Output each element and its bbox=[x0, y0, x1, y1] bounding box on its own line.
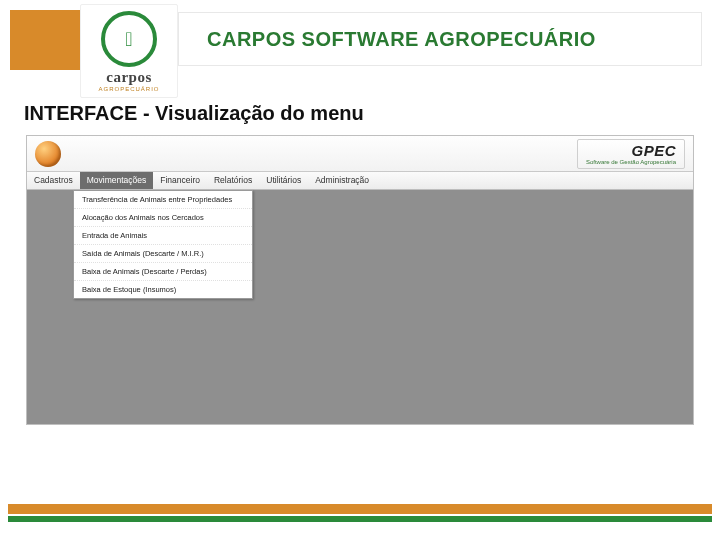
app-header: GPEC Software de Gestão Agropecuária bbox=[27, 136, 693, 172]
slide-header: 𓃒 carpos AGROPECUÁRIO CARPOS SOFTWARE AG… bbox=[0, 0, 720, 88]
dropdown-item-saida[interactable]: Saída de Animais (Descarte / M.I.R.) bbox=[74, 245, 252, 263]
menu-utilitarios[interactable]: Utilitários bbox=[259, 172, 308, 189]
app-screenshot: GPEC Software de Gestão Agropecuária Cad… bbox=[26, 135, 694, 425]
app-product-badge: GPEC Software de Gestão Agropecuária bbox=[577, 139, 685, 169]
footer-accent bbox=[0, 504, 720, 522]
carpos-logo: 𓃒 carpos AGROPECUÁRIO bbox=[80, 4, 178, 98]
cow-icon: 𓃒 bbox=[101, 11, 157, 67]
app-logo-icon bbox=[35, 141, 61, 167]
header-title-bar: CARPOS SOFTWARE AGROPECUÁRIO bbox=[178, 12, 702, 66]
dropdown-item-baixa-animais[interactable]: Baixa de Animais (Descarte / Perdas) bbox=[74, 263, 252, 281]
menu-relatorios[interactable]: Relatórios bbox=[207, 172, 259, 189]
brand-name: carpos bbox=[81, 69, 177, 86]
dropdown-item-alocacao[interactable]: Alocação dos Animais nos Cercados bbox=[74, 209, 252, 227]
header-accent-block bbox=[10, 10, 86, 70]
menu-administracao[interactable]: Administração bbox=[308, 172, 376, 189]
dropdown-item-entrada[interactable]: Entrada de Animais bbox=[74, 227, 252, 245]
footer-bar-green bbox=[8, 516, 712, 522]
section-title: INTERFACE - Visualização do menu bbox=[24, 102, 720, 125]
app-product-tagline: Software de Gestão Agropecuária bbox=[586, 159, 676, 165]
header-title: CARPOS SOFTWARE AGROPECUÁRIO bbox=[207, 28, 596, 51]
brand-subline: AGROPECUÁRIO bbox=[81, 86, 177, 92]
footer-bar-orange bbox=[8, 504, 712, 514]
menu-movimentacoes[interactable]: Movimentações bbox=[80, 172, 154, 189]
menu-cadastros[interactable]: Cadastros bbox=[27, 172, 80, 189]
menu-financeiro[interactable]: Financeiro bbox=[153, 172, 207, 189]
dropdown-movimentacoes: Transferência de Animais entre Proprieda… bbox=[73, 190, 253, 299]
menubar: Cadastros Movimentações Financeiro Relat… bbox=[27, 172, 693, 190]
dropdown-item-baixa-estoque[interactable]: Baixa de Estoque (Insumos) bbox=[74, 281, 252, 298]
dropdown-item-transferencia[interactable]: Transferência de Animais entre Proprieda… bbox=[74, 191, 252, 209]
app-product-name: GPEC bbox=[586, 142, 676, 159]
